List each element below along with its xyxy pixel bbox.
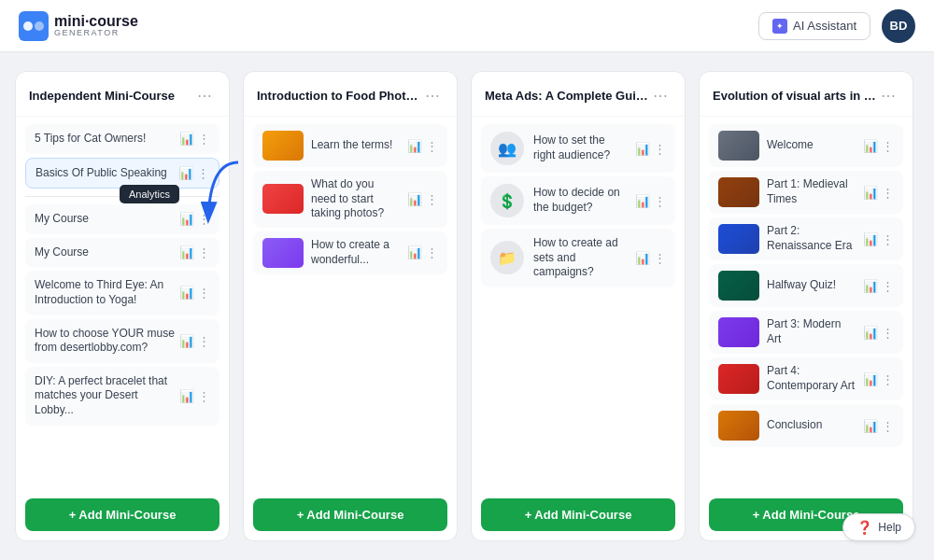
- analytics-icon[interactable]: 📊: [179, 286, 194, 300]
- analytics-icon[interactable]: 📊: [635, 251, 650, 265]
- column-menu-independent[interactable]: ⋯: [193, 85, 216, 106]
- icon-item-text: How to create ad sets and campaigns?: [533, 236, 626, 280]
- list-item[interactable]: 5 Tips for Cat Owners! 📊 ⋮: [25, 124, 219, 154]
- logo-main-text: mini·course: [54, 14, 138, 29]
- icon-item-text: How to decide on the budget?: [533, 186, 626, 215]
- list-item[interactable]: Learn the terms! 📊 ⋮: [253, 124, 447, 167]
- list-item[interactable]: Part 3: Modern Art 📊 ⋮: [709, 311, 903, 354]
- more-icon[interactable]: ⋮: [882, 419, 894, 433]
- analytics-icon[interactable]: 📊: [863, 372, 878, 386]
- more-icon[interactable]: ⋮: [426, 139, 438, 153]
- add-mini-course-button-independent[interactable]: + Add Mini-Course: [25, 498, 219, 531]
- more-icon-speaking[interactable]: ⋮: [197, 166, 209, 180]
- more-icon[interactable]: ⋮: [198, 212, 210, 226]
- list-item[interactable]: My Course 📊 ⋮: [25, 238, 219, 268]
- more-icon[interactable]: ⋮: [882, 279, 894, 293]
- add-mini-course-button-meta[interactable]: + Add Mini-Course: [481, 498, 675, 531]
- course-item-actions: 📊 ⋮: [179, 245, 210, 259]
- more-icon[interactable]: ⋮: [882, 186, 894, 200]
- analytics-icon[interactable]: 📊: [863, 279, 878, 293]
- analytics-tooltip: Analytics: [120, 185, 179, 203]
- column-title-food: Introduction to Food Photogr...: [257, 89, 421, 103]
- course-item-text: DIY: A perfect bracelet that matches you…: [35, 374, 179, 418]
- analytics-icon[interactable]: 📊: [179, 389, 194, 403]
- svg-point-2: [35, 21, 44, 31]
- analytics-icon[interactable]: 📊: [407, 245, 422, 259]
- more-icon[interactable]: ⋮: [882, 372, 894, 386]
- column-header-independent: Independent Mini-Course ⋯: [16, 72, 229, 117]
- course-item-actions: 📊 ⋮: [407, 245, 438, 259]
- list-item[interactable]: Part 2: Renaissance Era 📊 ⋮: [709, 217, 903, 260]
- add-btn-label: + Add Mini-Course: [69, 508, 177, 522]
- analytics-icon[interactable]: 📊: [635, 142, 650, 156]
- list-item[interactable]: Welcome 📊 ⋮: [709, 124, 903, 167]
- list-item[interactable]: How to create a wonderful... 📊 ⋮: [253, 231, 447, 274]
- more-icon[interactable]: ⋮: [198, 286, 210, 300]
- art-thumb: [718, 131, 759, 161]
- analytics-icon[interactable]: 📊: [863, 232, 878, 246]
- list-item[interactable]: What do you need to start taking photos?…: [253, 171, 447, 228]
- list-item[interactable]: 📁 How to create ad sets and campaigns? 📊…: [481, 229, 675, 287]
- photo-thumb: [262, 184, 304, 214]
- svg-rect-0: [19, 11, 49, 41]
- list-item[interactable]: Part 4: Contemporary Art 📊 ⋮: [709, 357, 903, 400]
- more-icon[interactable]: ⋮: [654, 251, 666, 265]
- list-item[interactable]: 👥 How to set the right audience? 📊 ⋮: [481, 124, 675, 173]
- analytics-icon[interactable]: 📊: [863, 419, 878, 433]
- analytics-icon[interactable]: 📊: [863, 186, 878, 200]
- analytics-icon[interactable]: 📊: [863, 326, 878, 340]
- photo-item-text: What do you need to start taking photos?: [311, 177, 400, 221]
- more-icon[interactable]: ⋮: [882, 139, 894, 153]
- analytics-icon[interactable]: 📊: [407, 139, 422, 153]
- list-item[interactable]: 💲 How to decide on the budget? 📊 ⋮: [481, 176, 675, 225]
- list-item[interactable]: DIY: A perfect bracelet that matches you…: [25, 367, 219, 426]
- item-icon: 👥: [490, 132, 524, 165]
- analytics-icon[interactable]: 📊: [407, 192, 422, 206]
- analytics-icon-highlighted[interactable]: 📊: [178, 166, 193, 180]
- avatar[interactable]: BD: [882, 9, 915, 43]
- art-thumb: [718, 177, 759, 207]
- add-mini-course-button-food[interactable]: + Add Mini-Course: [253, 498, 447, 531]
- more-icon[interactable]: ⋮: [198, 389, 210, 403]
- help-button[interactable]: ❓ Help: [842, 513, 915, 541]
- list-item[interactable]: My Course 📊 ⋮: [25, 204, 219, 234]
- item-icon: 💲: [490, 184, 524, 217]
- analytics-icon[interactable]: 📊: [179, 132, 194, 146]
- column-menu-arts[interactable]: ⋯: [877, 85, 899, 106]
- photo-thumb: [262, 131, 304, 161]
- more-icon[interactable]: ⋮: [426, 245, 438, 259]
- analytics-icon[interactable]: 📊: [179, 212, 194, 226]
- analytics-icon[interactable]: 📊: [179, 334, 194, 348]
- course-item-actions: 📊 ⋮: [635, 194, 666, 208]
- list-item[interactable]: Halfway Quiz! 📊 ⋮: [709, 264, 903, 307]
- list-item[interactable]: Welcome to Third Eye: An Introduction to…: [25, 271, 219, 315]
- course-item-actions: 📊 ⋮: [179, 286, 210, 300]
- column-menu-food[interactable]: ⋯: [421, 85, 444, 106]
- list-item-conclusion[interactable]: Conclusion 📊 ⋮: [709, 404, 903, 447]
- more-icon[interactable]: ⋮: [198, 132, 210, 146]
- ai-assistant-button[interactable]: ✦ AI Assistant: [758, 12, 870, 40]
- course-item-actions-conclusion: 📊 ⋮: [863, 419, 894, 433]
- more-icon[interactable]: ⋮: [882, 326, 894, 340]
- help-icon: ❓: [856, 520, 872, 535]
- analytics-icon[interactable]: 📊: [635, 194, 650, 208]
- logo-icon: [19, 11, 49, 41]
- help-label: Help: [878, 521, 901, 534]
- more-icon[interactable]: ⋮: [426, 192, 438, 206]
- column-menu-meta[interactable]: ⋯: [649, 85, 672, 106]
- more-icon[interactable]: ⋮: [654, 194, 666, 208]
- more-icon[interactable]: ⋮: [654, 142, 666, 156]
- analytics-icon[interactable]: 📊: [179, 245, 194, 259]
- more-icon[interactable]: ⋮: [198, 334, 210, 348]
- column-items-meta: 👥 How to set the right audience? 📊 ⋮ 💲 H…: [472, 117, 685, 491]
- more-icon[interactable]: ⋮: [882, 232, 894, 246]
- analytics-icon[interactable]: 📊: [863, 139, 878, 153]
- course-item-text: 5 Tips for Cat Owners!: [35, 132, 179, 147]
- more-icon[interactable]: ⋮: [198, 245, 210, 259]
- list-item[interactable]: How to choose YOUR muse from desertlobby…: [25, 319, 219, 363]
- ai-icon: ✦: [772, 19, 787, 34]
- logo-sub-text: GENERATOR: [54, 29, 138, 37]
- course-item-actions: 📊 ⋮: [407, 139, 438, 153]
- list-item[interactable]: Part 1: Medieval Times 📊 ⋮: [709, 171, 903, 214]
- list-item-public-speaking[interactable]: Basics Of Public Speaking 📊 ⋮ Analytics: [25, 158, 219, 189]
